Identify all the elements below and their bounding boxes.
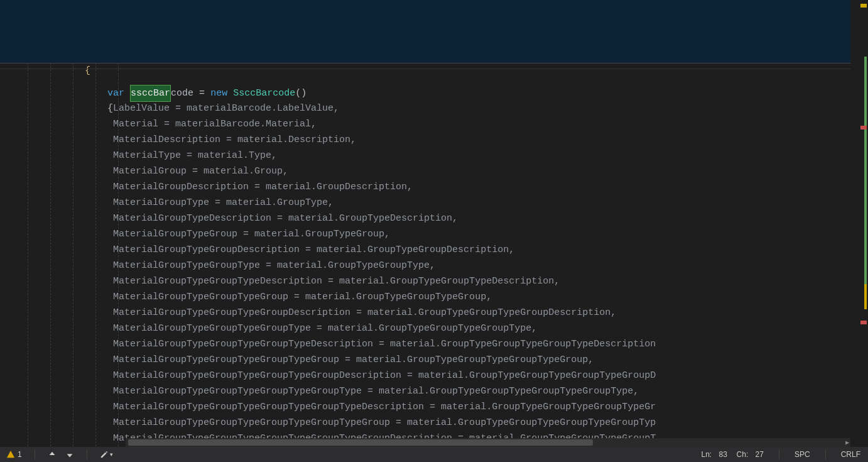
cursor-position[interactable]: Ln: 83 Ch: 27 — [702, 450, 764, 459]
chevron-down-icon: ▾ — [110, 451, 113, 458]
hscroll-thumb[interactable] — [128, 439, 593, 446]
column-number: 27 — [756, 450, 764, 459]
code-line[interactable]: MaterialGroupTypeGroupTypeGroupTypeGroup… — [0, 399, 850, 415]
code-line[interactable]: LabelValue = materialBarcode.LabelValue, — [0, 101, 850, 116]
ruler-error-marker[interactable] — [860, 126, 867, 129]
code-line[interactable]: MaterialGroupTypeGroupTypeGroupTypeGroup… — [0, 352, 850, 368]
scroll-right-arrow-icon[interactable]: ▶ — [845, 439, 849, 446]
code-line[interactable]: MaterialDescription = material.Descripti… — [0, 132, 850, 148]
warnings-button[interactable]: 1 — [6, 450, 22, 459]
ruler-change-marker — [864, 57, 867, 295]
arrow-up-icon — [48, 450, 57, 459]
line-number: 83 — [719, 450, 727, 459]
divider — [35, 449, 35, 459]
code-line-brace[interactable]: { — [0, 85, 850, 101]
sticky-line-2[interactable]: private void HandleMaterialBarcode(Mater… — [0, 16, 850, 31]
code-line[interactable]: MaterialGroupTypeGroupTypeGroup = materi… — [0, 289, 850, 305]
arrow-down-icon — [65, 450, 74, 459]
code-line[interactable]: MaterialGroupTypeGroupTypeGroupTypeGroup… — [0, 415, 850, 431]
code-line[interactable]: MaterialType = material.Type, — [0, 148, 850, 163]
warnings-count: 1 — [18, 450, 22, 459]
indent-mode[interactable]: SPC — [795, 450, 810, 459]
brush-button[interactable]: ▾ — [100, 450, 113, 459]
divider — [779, 449, 779, 459]
code-line[interactable]: MaterialGroupTypeGroupTypeGroupDescripti… — [0, 305, 850, 321]
nav-up-button[interactable] — [48, 450, 57, 459]
ruler-modified-marker — [864, 284, 867, 309]
code-line[interactable]: MaterialGroupTypeGroupType = material.Gr… — [0, 258, 850, 273]
code-line[interactable]: MaterialGroupTypeGroupTypeGroupType = ma… — [0, 321, 850, 336]
nav-down-button[interactable] — [65, 450, 74, 459]
overview-ruler[interactable] — [859, 0, 868, 446]
sticky-separator — [0, 63, 850, 63]
warning-icon — [6, 450, 15, 459]
ruler-error-marker-2[interactable] — [860, 321, 867, 324]
code-line[interactable]: MaterialGroupType = material.GroupType, — [0, 195, 850, 211]
sticky-line-4[interactable]: { — [0, 47, 850, 63]
code-line[interactable]: MaterialGroupTypeGroup = material.GroupT… — [0, 226, 850, 242]
code-line[interactable]: MaterialGroupTypeGroupTypeDescription = … — [0, 273, 850, 289]
code-line[interactable]: MaterialGroupTypeGroupTypeGroupTypeGroup… — [0, 368, 850, 383]
code-line[interactable]: MaterialGroupTypeGroupDescription = mate… — [0, 242, 850, 258]
brush-icon — [100, 450, 109, 459]
code-line[interactable]: Material = materialBarcode.Material, — [0, 116, 850, 132]
code-editor: public partial class MaterialAndSsccScan… — [0, 0, 868, 462]
code-line[interactable]: MaterialGroupTypeGroupTypeGroupTypeDescr… — [0, 336, 850, 352]
line-endings[interactable]: CRLF — [841, 450, 860, 459]
code-viewport[interactable]: public partial class MaterialAndSsccScan… — [0, 0, 850, 446]
initializer-block: LabelValue = materialBarcode.LabelValue,… — [0, 101, 850, 446]
code-line[interactable]: MaterialGroup = material.Group, — [0, 163, 850, 179]
code-line-var[interactable]: var ssccBarcode = new SsccBarcode() — [0, 69, 850, 85]
divider — [825, 449, 826, 459]
code-line[interactable]: MaterialGroupTypeDescription = material.… — [0, 211, 850, 226]
divider — [87, 449, 87, 459]
horizontal-scrollbar[interactable]: ▶ — [126, 438, 850, 447]
code-line[interactable]: MaterialGroupTypeGroupTypeGroupTypeGroup… — [0, 383, 850, 399]
ruler-warning-marker[interactable] — [860, 4, 867, 8]
status-bar: 1 ▾ Ln: 83 Ch: 27 SPC CRLF — [0, 447, 868, 462]
sticky-line-1[interactable]: public partial class MaterialAndSsccScan… — [0, 0, 850, 16]
sticky-line-3[interactable]: if (locationScan?.PointDefinition.GetBar… — [0, 31, 850, 47]
code-line[interactable]: MaterialGroupDescription = material.Grou… — [0, 179, 850, 195]
